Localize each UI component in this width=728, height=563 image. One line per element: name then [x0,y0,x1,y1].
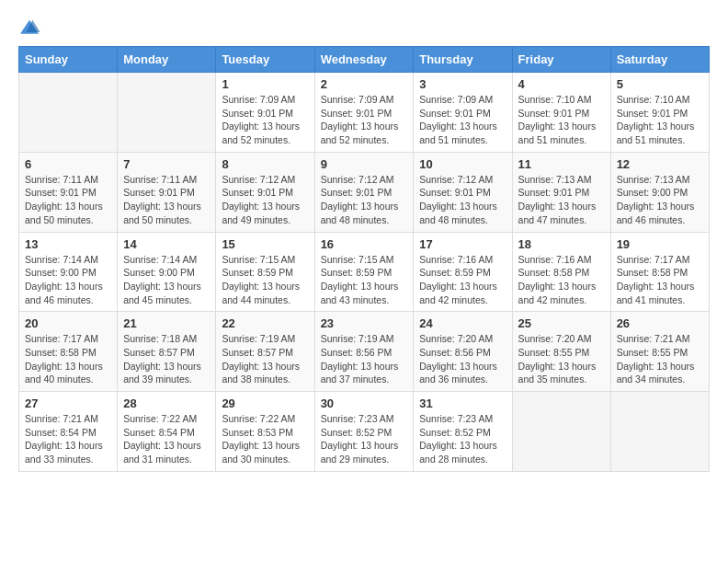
calendar-cell: 29Sunrise: 7:22 AMSunset: 8:53 PMDayligh… [216,392,314,472]
calendar-cell: 16Sunrise: 7:15 AMSunset: 8:59 PMDayligh… [314,232,414,312]
days-header-row: SundayMondayTuesdayWednesdayThursdayFrid… [19,47,710,73]
day-number: 1 [222,77,308,91]
calendar-cell: 7Sunrise: 7:11 AMSunset: 9:01 PMDaylight… [118,152,216,232]
day-number: 21 [123,316,210,330]
day-info: Sunrise: 7:11 AMSunset: 9:01 PMDaylight:… [123,173,210,227]
day-info: Sunrise: 7:20 AMSunset: 8:55 PMDaylight:… [518,332,605,386]
day-info: Sunrise: 7:09 AMSunset: 9:01 PMDaylight:… [321,93,408,147]
day-info: Sunrise: 7:10 AMSunset: 9:01 PMDaylight:… [617,93,703,147]
day-number: 28 [123,396,210,410]
day-number: 20 [25,316,111,330]
calendar-cell: 12Sunrise: 7:13 AMSunset: 9:00 PMDayligh… [610,152,709,232]
calendar-cell: 10Sunrise: 7:12 AMSunset: 9:01 PMDayligh… [414,152,512,232]
day-info: Sunrise: 7:12 AMSunset: 9:01 PMDaylight:… [321,173,408,227]
calendar-cell: 4Sunrise: 7:10 AMSunset: 9:01 PMDaylight… [512,73,610,153]
calendar-cell [118,73,216,153]
day-number: 24 [419,316,506,330]
calendar-cell: 22Sunrise: 7:19 AMSunset: 8:57 PMDayligh… [216,312,314,392]
day-header: Monday [118,47,216,73]
calendar-cell: 2Sunrise: 7:09 AMSunset: 9:01 PMDaylight… [314,73,414,153]
calendar-cell [512,392,610,472]
logo-icon [18,18,40,37]
day-number: 30 [321,396,408,410]
calendar-cell: 3Sunrise: 7:09 AMSunset: 9:01 PMDaylight… [414,73,512,153]
calendar-cell: 23Sunrise: 7:19 AMSunset: 8:56 PMDayligh… [314,312,414,392]
calendar-cell: 24Sunrise: 7:20 AMSunset: 8:56 PMDayligh… [414,312,512,392]
calendar-cell: 28Sunrise: 7:22 AMSunset: 8:54 PMDayligh… [118,392,216,472]
day-info: Sunrise: 7:14 AMSunset: 9:00 PMDaylight:… [25,253,111,307]
day-number: 19 [617,237,703,251]
day-info: Sunrise: 7:13 AMSunset: 9:01 PMDaylight:… [518,173,605,227]
calendar-cell [19,73,118,153]
day-number: 25 [518,316,605,330]
day-number: 18 [518,237,605,251]
calendar-cell: 1Sunrise: 7:09 AMSunset: 9:01 PMDaylight… [216,73,314,153]
day-number: 5 [617,77,703,91]
day-info: Sunrise: 7:09 AMSunset: 9:01 PMDaylight:… [222,93,308,147]
calendar-cell: 14Sunrise: 7:14 AMSunset: 9:00 PMDayligh… [118,232,216,312]
day-info: Sunrise: 7:12 AMSunset: 9:01 PMDaylight:… [419,173,506,227]
day-info: Sunrise: 7:22 AMSunset: 8:54 PMDaylight:… [123,412,210,466]
calendar-cell: 18Sunrise: 7:16 AMSunset: 8:58 PMDayligh… [512,232,610,312]
calendar: SundayMondayTuesdayWednesdayThursdayFrid… [18,46,710,472]
day-number: 29 [222,396,308,410]
calendar-week-row: 6Sunrise: 7:11 AMSunset: 9:01 PMDaylight… [19,152,710,232]
calendar-cell [610,392,709,472]
day-info: Sunrise: 7:23 AMSunset: 8:52 PMDaylight:… [321,412,408,466]
calendar-cell: 8Sunrise: 7:12 AMSunset: 9:01 PMDaylight… [216,152,314,232]
logo [18,18,44,37]
day-header: Wednesday [314,47,414,73]
day-number: 12 [617,157,703,171]
calendar-cell: 6Sunrise: 7:11 AMSunset: 9:01 PMDaylight… [19,152,118,232]
day-number: 14 [123,237,210,251]
header [18,18,710,37]
day-number: 17 [419,237,506,251]
day-info: Sunrise: 7:21 AMSunset: 8:55 PMDaylight:… [617,332,703,386]
day-number: 26 [617,316,703,330]
day-info: Sunrise: 7:14 AMSunset: 9:00 PMDaylight:… [123,253,210,307]
day-info: Sunrise: 7:15 AMSunset: 8:59 PMDaylight:… [222,253,308,307]
day-header: Sunday [19,47,118,73]
calendar-cell: 27Sunrise: 7:21 AMSunset: 8:54 PMDayligh… [19,392,118,472]
calendar-cell: 21Sunrise: 7:18 AMSunset: 8:57 PMDayligh… [118,312,216,392]
day-info: Sunrise: 7:09 AMSunset: 9:01 PMDaylight:… [419,93,506,147]
day-info: Sunrise: 7:23 AMSunset: 8:52 PMDaylight:… [419,412,506,466]
day-header: Thursday [414,47,512,73]
day-number: 11 [518,157,605,171]
day-number: 22 [222,316,308,330]
calendar-cell: 15Sunrise: 7:15 AMSunset: 8:59 PMDayligh… [216,232,314,312]
calendar-week-row: 13Sunrise: 7:14 AMSunset: 9:00 PMDayligh… [19,232,710,312]
day-number: 8 [222,157,308,171]
calendar-cell: 13Sunrise: 7:14 AMSunset: 9:00 PMDayligh… [19,232,118,312]
day-info: Sunrise: 7:16 AMSunset: 8:58 PMDaylight:… [518,253,605,307]
day-number: 23 [321,316,408,330]
day-number: 15 [222,237,308,251]
day-number: 2 [321,77,408,91]
day-number: 9 [321,157,408,171]
day-number: 31 [419,396,506,410]
calendar-cell: 9Sunrise: 7:12 AMSunset: 9:01 PMDaylight… [314,152,414,232]
day-number: 13 [25,237,111,251]
day-info: Sunrise: 7:18 AMSunset: 8:57 PMDaylight:… [123,332,210,386]
day-info: Sunrise: 7:11 AMSunset: 9:01 PMDaylight:… [25,173,111,227]
day-number: 6 [25,157,111,171]
day-info: Sunrise: 7:20 AMSunset: 8:56 PMDaylight:… [419,332,506,386]
day-number: 3 [419,77,506,91]
day-info: Sunrise: 7:22 AMSunset: 8:53 PMDaylight:… [222,412,308,466]
day-number: 4 [518,77,605,91]
calendar-cell: 17Sunrise: 7:16 AMSunset: 8:59 PMDayligh… [414,232,512,312]
calendar-week-row: 27Sunrise: 7:21 AMSunset: 8:54 PMDayligh… [19,392,710,472]
day-info: Sunrise: 7:19 AMSunset: 8:57 PMDaylight:… [222,332,308,386]
day-number: 7 [123,157,210,171]
day-header: Saturday [610,47,709,73]
calendar-cell: 5Sunrise: 7:10 AMSunset: 9:01 PMDaylight… [610,73,709,153]
calendar-cell: 26Sunrise: 7:21 AMSunset: 8:55 PMDayligh… [610,312,709,392]
calendar-cell: 19Sunrise: 7:17 AMSunset: 8:58 PMDayligh… [610,232,709,312]
day-info: Sunrise: 7:15 AMSunset: 8:59 PMDaylight:… [321,253,408,307]
calendar-week-row: 1Sunrise: 7:09 AMSunset: 9:01 PMDaylight… [19,73,710,153]
calendar-cell: 20Sunrise: 7:17 AMSunset: 8:58 PMDayligh… [19,312,118,392]
day-info: Sunrise: 7:19 AMSunset: 8:56 PMDaylight:… [321,332,408,386]
calendar-cell: 25Sunrise: 7:20 AMSunset: 8:55 PMDayligh… [512,312,610,392]
calendar-cell: 11Sunrise: 7:13 AMSunset: 9:01 PMDayligh… [512,152,610,232]
day-info: Sunrise: 7:12 AMSunset: 9:01 PMDaylight:… [222,173,308,227]
